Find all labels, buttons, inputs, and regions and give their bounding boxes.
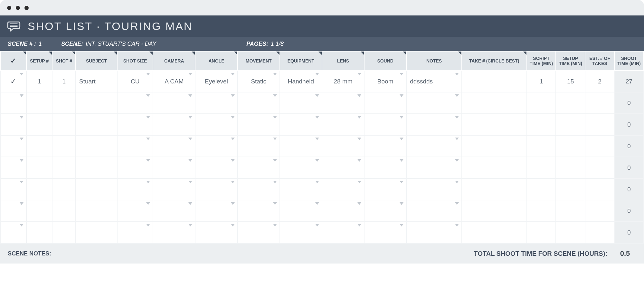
cell-shot[interactable] bbox=[52, 157, 76, 178]
cell-est-takes[interactable] bbox=[585, 114, 614, 135]
cell-notes[interactable] bbox=[406, 200, 462, 222]
col-lens[interactable]: LENS bbox=[322, 51, 364, 71]
cell-lens[interactable] bbox=[322, 200, 364, 222]
dropdown-caret-icon[interactable] bbox=[315, 138, 319, 140]
dropdown-caret-icon[interactable] bbox=[231, 202, 235, 205]
dropdown-caret-icon[interactable] bbox=[357, 159, 361, 162]
scene-value[interactable]: INT. STUART'S CAR - DAY bbox=[86, 41, 156, 47]
scene-number-value[interactable]: 1 bbox=[39, 41, 42, 47]
dropdown-caret-icon[interactable] bbox=[188, 116, 192, 119]
cell-check[interactable]: ✓ bbox=[0, 71, 26, 92]
cell-subject[interactable] bbox=[76, 114, 117, 135]
cell-movement[interactable]: Static bbox=[238, 71, 280, 92]
cell-movement[interactable] bbox=[238, 114, 280, 135]
dropdown-caret-icon[interactable] bbox=[273, 202, 277, 205]
dropdown-caret-icon[interactable] bbox=[455, 159, 459, 162]
cell-take[interactable] bbox=[462, 71, 527, 92]
cell-setup-time[interactable] bbox=[556, 200, 585, 222]
dropdown-caret-icon[interactable] bbox=[146, 224, 150, 226]
cell-est-takes[interactable] bbox=[585, 178, 614, 200]
cell-check[interactable] bbox=[0, 222, 26, 243]
dropdown-caret-icon[interactable] bbox=[273, 181, 277, 183]
dropdown-caret-icon[interactable] bbox=[146, 202, 150, 205]
cell-camera[interactable] bbox=[153, 92, 195, 114]
cell-angle[interactable] bbox=[195, 200, 237, 222]
cell-equipment[interactable]: Handheld bbox=[280, 71, 322, 92]
cell-movement[interactable] bbox=[238, 157, 280, 178]
dropdown-caret-icon[interactable] bbox=[231, 73, 235, 75]
dropdown-caret-icon[interactable] bbox=[455, 181, 459, 183]
cell-shot-size[interactable] bbox=[117, 114, 153, 135]
cell-equipment[interactable] bbox=[280, 178, 322, 200]
dropdown-caret-icon[interactable] bbox=[400, 224, 403, 226]
dropdown-caret-icon[interactable] bbox=[400, 159, 403, 162]
dropdown-caret-icon[interactable] bbox=[455, 224, 459, 226]
dropdown-caret-icon[interactable] bbox=[357, 181, 361, 183]
cell-lens[interactable] bbox=[322, 114, 364, 135]
cell-script-time[interactable] bbox=[527, 135, 556, 157]
cell-sound[interactable] bbox=[364, 114, 406, 135]
cell-shoot-time[interactable]: 0 bbox=[614, 92, 644, 114]
cell-setup[interactable] bbox=[26, 222, 52, 243]
cell-take[interactable] bbox=[462, 222, 527, 243]
cell-subject[interactable] bbox=[76, 92, 117, 114]
dropdown-caret-icon[interactable] bbox=[188, 181, 192, 183]
col-camera[interactable]: CAMERA bbox=[153, 51, 195, 71]
cell-shoot-time[interactable]: 0 bbox=[614, 135, 644, 157]
dropdown-caret-icon[interactable] bbox=[315, 202, 319, 205]
dropdown-caret-icon[interactable] bbox=[455, 73, 459, 75]
cell-shot[interactable] bbox=[52, 222, 76, 243]
col-take[interactable]: TAKE # (CIRCLE BEST) bbox=[462, 51, 527, 71]
cell-take[interactable] bbox=[462, 178, 527, 200]
dropdown-caret-icon[interactable] bbox=[146, 73, 150, 75]
cell-shot-size[interactable] bbox=[117, 92, 153, 114]
dropdown-caret-icon[interactable] bbox=[315, 181, 319, 183]
col-sound[interactable]: SOUND bbox=[364, 51, 406, 71]
dropdown-caret-icon[interactable] bbox=[146, 138, 150, 140]
col-shot[interactable]: SHOT # bbox=[52, 51, 76, 71]
dropdown-caret-icon[interactable] bbox=[273, 138, 277, 140]
cell-angle[interactable] bbox=[195, 157, 237, 178]
cell-notes[interactable] bbox=[406, 157, 462, 178]
cell-movement[interactable] bbox=[238, 222, 280, 243]
cell-notes[interactable] bbox=[406, 222, 462, 243]
cell-shoot-time[interactable]: 0 bbox=[614, 222, 644, 243]
cell-equipment[interactable] bbox=[280, 200, 322, 222]
cell-movement[interactable] bbox=[238, 92, 280, 114]
dropdown-caret-icon[interactable] bbox=[315, 94, 319, 97]
cell-equipment[interactable] bbox=[280, 157, 322, 178]
cell-script-time[interactable]: 1 bbox=[527, 71, 556, 92]
cell-shoot-time[interactable]: 0 bbox=[614, 200, 644, 222]
cell-shot[interactable] bbox=[52, 178, 76, 200]
dropdown-caret-icon[interactable] bbox=[273, 94, 277, 97]
cell-check[interactable] bbox=[0, 200, 26, 222]
cell-check[interactable] bbox=[0, 157, 26, 178]
dropdown-caret-icon[interactable] bbox=[231, 138, 235, 140]
cell-shot-size[interactable]: CU bbox=[117, 71, 153, 92]
dropdown-caret-icon[interactable] bbox=[455, 116, 459, 119]
cell-notes[interactable] bbox=[406, 135, 462, 157]
col-setup[interactable]: SETUP # bbox=[26, 51, 52, 71]
dropdown-caret-icon[interactable] bbox=[231, 181, 235, 183]
dropdown-caret-icon[interactable] bbox=[315, 116, 319, 119]
col-setup-time[interactable]: SETUP TIME (MIN) bbox=[556, 51, 585, 71]
dropdown-caret-icon[interactable] bbox=[188, 202, 192, 205]
window-close-icon[interactable] bbox=[7, 6, 11, 10]
cell-lens[interactable] bbox=[322, 222, 364, 243]
dropdown-caret-icon[interactable] bbox=[146, 116, 150, 119]
dropdown-caret-icon[interactable] bbox=[357, 224, 361, 226]
cell-take[interactable] bbox=[462, 200, 527, 222]
cell-script-time[interactable] bbox=[527, 92, 556, 114]
cell-equipment[interactable] bbox=[280, 92, 322, 114]
cell-shot[interactable] bbox=[52, 114, 76, 135]
dropdown-caret-icon[interactable] bbox=[20, 94, 24, 97]
dropdown-caret-icon[interactable] bbox=[455, 138, 459, 140]
cell-sound[interactable] bbox=[364, 178, 406, 200]
window-maximize-icon[interactable] bbox=[24, 6, 29, 10]
cell-equipment[interactable] bbox=[280, 114, 322, 135]
cell-script-time[interactable] bbox=[527, 222, 556, 243]
cell-est-takes[interactable] bbox=[585, 157, 614, 178]
dropdown-caret-icon[interactable] bbox=[357, 202, 361, 205]
cell-lens[interactable]: 28 mm bbox=[322, 71, 364, 92]
cell-take[interactable] bbox=[462, 135, 527, 157]
